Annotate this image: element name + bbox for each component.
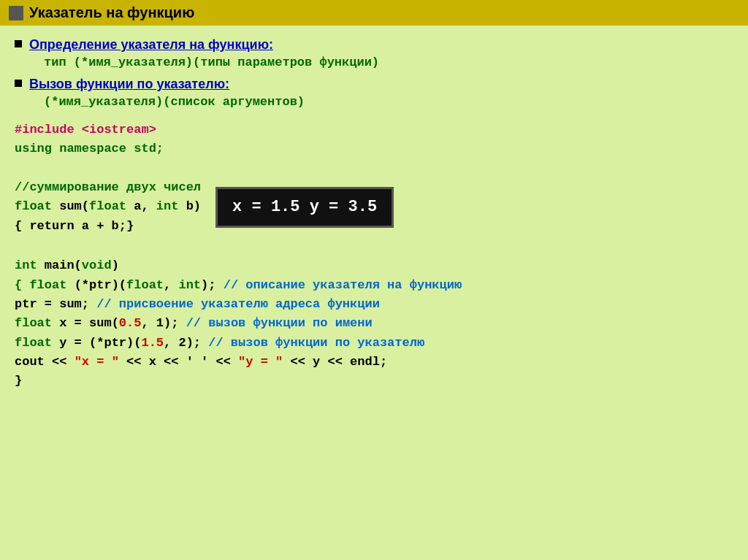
comment-ptr-desc: // описание указателя на функцию xyxy=(224,278,462,292)
include-line: #include <iostream> xyxy=(15,120,733,139)
comment-x: // вызов функции по имени xyxy=(186,316,373,330)
title-icon xyxy=(9,6,23,20)
bullet-content-1: Определение указателя на функцию: тип (*… xyxy=(29,37,733,69)
bullet-item-1: Определение указателя на функцию: тип (*… xyxy=(15,37,733,69)
return-line: { return a + b;} xyxy=(15,217,201,236)
float-x-line: float x = sum(0.5, 1); // вызов функции … xyxy=(15,314,733,333)
keyword-float: float xyxy=(15,199,59,213)
sum-function-block: //суммирование двух чисел float sum(floa… xyxy=(15,178,201,236)
float-sum-line: float sum(float a, int b) xyxy=(15,197,201,216)
comment-sum: //суммирование двух чисел xyxy=(15,178,201,197)
close-brace: } xyxy=(15,372,733,391)
bullet-content-2: Вызов функции по указателю: (*имя_указат… xyxy=(29,77,733,109)
cout-line: cout << "x = " << x << ' ' << "y = " << … xyxy=(15,353,733,372)
comment-y: // вызов функции по указателю xyxy=(208,336,424,350)
ptr-decl-line: { float (*ptr)(float, int); // описание … xyxy=(15,276,733,295)
title-bar: Указатель на функцию xyxy=(0,0,748,26)
output-box: x = 1.5 y = 3.5 xyxy=(215,187,394,228)
bullet-item-2: Вызов функции по указателю: (*имя_указат… xyxy=(15,77,733,109)
sum-function-row: //суммирование двух чисел float sum(floa… xyxy=(15,178,733,236)
keyword-float2: float xyxy=(89,199,126,213)
int-main-line: int main(void) xyxy=(15,256,733,275)
bullet-icon-2 xyxy=(15,80,22,87)
main-block: int main(void) { float (*ptr)(float, int… xyxy=(15,256,733,391)
heading-call: Вызов функции по указателю: xyxy=(29,77,733,92)
ptr-assign-line: ptr = sum; // присвоение указателю адрес… xyxy=(15,295,733,314)
comment-assign: // присвоение указателю адреса функции xyxy=(96,297,380,311)
code-block: #include <iostream> using namespace std;… xyxy=(15,120,733,391)
code-definition: тип (*имя_указателя)(типы параметров фун… xyxy=(44,55,733,69)
keyword-void: void xyxy=(82,258,112,272)
bullet-icon-1 xyxy=(15,40,22,47)
float-y-line: float y = (*ptr)(1.5, 2); // вызов функц… xyxy=(15,334,733,353)
using-line: using namespace std; xyxy=(15,139,733,158)
code-call: (*имя_указателя)(список аргументов) xyxy=(44,95,733,109)
sum-sig: sum( xyxy=(59,199,89,213)
keyword-int-main: int xyxy=(15,258,45,272)
title-text: Указатель на функцию xyxy=(29,4,194,21)
heading-definition: Определение указателя на функцию: xyxy=(29,37,733,53)
keyword-int: int xyxy=(156,199,179,213)
